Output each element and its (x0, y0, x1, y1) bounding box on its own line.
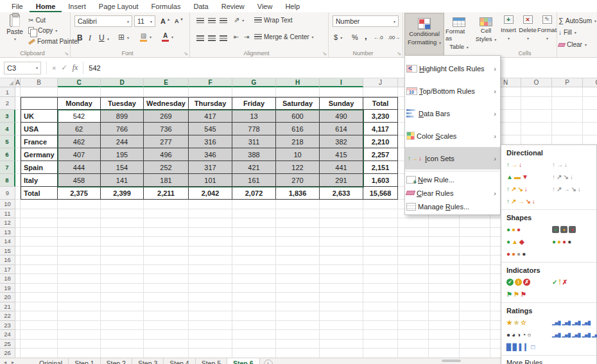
icon-set-option[interactable]: ▲▬▼ (503, 171, 549, 183)
cell-F18[interactable] (189, 274, 232, 284)
cell-M14[interactable] (460, 237, 490, 247)
alignment-dialog-launcher[interactable]: ⇘ (322, 51, 327, 56)
cell-I20[interactable] (320, 293, 363, 302)
row-header-22[interactable]: 22 (0, 311, 15, 321)
merge-center-button[interactable]: Merge & Center ▾ (254, 33, 314, 40)
cell-J6[interactable]: 2,257 (363, 148, 398, 161)
format-as-table-button[interactable]: Format as Table ▾ (446, 13, 472, 56)
cell-K26[interactable] (398, 349, 429, 358)
cell-M23[interactable] (460, 321, 490, 331)
column-header-D[interactable]: D (101, 78, 144, 87)
decrease-indent-button[interactable]: ⇤ (234, 33, 239, 40)
bold-button[interactable]: B (77, 33, 83, 42)
cell-F10[interactable] (189, 200, 232, 209)
cell-B8[interactable]: Italy (21, 174, 58, 187)
cell-F20[interactable] (189, 293, 232, 302)
icon-set-option[interactable]: ✓!✗ (549, 276, 594, 288)
cell-F2[interactable]: Thursday (189, 97, 232, 110)
font-size-select[interactable]: 11 ▾ (134, 15, 155, 27)
row-header-10[interactable]: 10 (0, 200, 15, 209)
cell-J3[interactable]: 3,230 (363, 110, 398, 123)
cell-J17[interactable] (363, 265, 398, 275)
cell-H12[interactable] (276, 218, 320, 228)
cell-G2[interactable]: Friday (232, 97, 276, 110)
cell-A25[interactable] (15, 340, 21, 349)
cell-J4[interactable]: 4,117 (363, 123, 398, 135)
cell-J2[interactable]: Total (363, 97, 398, 110)
cell-D25[interactable] (101, 340, 144, 349)
cell-J20[interactable] (363, 293, 398, 302)
cell-M18[interactable] (460, 274, 490, 284)
cell-F9[interactable]: 2,042 (189, 187, 232, 200)
cell-D24[interactable] (101, 330, 144, 340)
cell-A5[interactable] (15, 135, 21, 148)
cell-F12[interactable] (189, 218, 232, 228)
cell-D22[interactable] (101, 311, 144, 321)
cell-D17[interactable] (101, 265, 144, 275)
cell-F13[interactable] (189, 228, 232, 238)
column-header-J[interactable]: J (363, 78, 398, 87)
row-header-19[interactable]: 19 (0, 284, 15, 293)
cell-M17[interactable] (460, 265, 490, 275)
cell-A14[interactable] (15, 237, 21, 247)
cell-G4[interactable]: 778 (232, 123, 276, 135)
cell-E13[interactable] (144, 228, 189, 238)
cell-L19[interactable] (429, 284, 460, 293)
cell-A7[interactable] (15, 161, 21, 174)
cell-D2[interactable]: Tuesday (101, 97, 144, 110)
cell-L25[interactable] (429, 340, 460, 349)
cell-L21[interactable] (429, 302, 460, 312)
cell-L17[interactable] (429, 265, 460, 275)
ribbon-tab-review[interactable]: Review (215, 1, 251, 12)
cell-C19[interactable] (58, 284, 101, 293)
italic-button[interactable]: I (89, 33, 91, 43)
cell-F19[interactable] (189, 284, 232, 293)
cell-G13[interactable] (232, 228, 276, 238)
top-align-icon[interactable] (196, 18, 204, 24)
cell-H24[interactable] (276, 330, 320, 340)
cell-D9[interactable]: 2,399 (101, 187, 144, 200)
icon-set-option[interactable]: ↑→↓ (503, 159, 549, 171)
cell-I10[interactable] (320, 200, 363, 209)
cell-C6[interactable]: 407 (58, 148, 101, 161)
icon-set-option[interactable]: ↑→↓ (549, 159, 594, 171)
cell-J13[interactable] (363, 228, 398, 238)
cell-M20[interactable] (460, 293, 490, 302)
cell-E6[interactable]: 496 (144, 148, 189, 161)
cell-H22[interactable] (276, 311, 320, 321)
cell-M16[interactable] (460, 256, 490, 265)
clear-button[interactable]: Clear ▾ (558, 41, 587, 48)
cf-menu-item-data-bars[interactable]: Data Bars› (405, 102, 500, 125)
cell-C16[interactable] (58, 256, 101, 265)
cf-menu-item-color-scales[interactable]: Color Scales› (405, 125, 500, 147)
cell-H9[interactable]: 1,836 (276, 187, 320, 200)
cell-G5[interactable]: 311 (232, 135, 276, 148)
ribbon-tab-insert[interactable]: Insert (62, 1, 92, 12)
icon-set-option[interactable]: ●▲◆ (503, 236, 549, 248)
new-sheet-button[interactable]: + (264, 360, 273, 364)
column-header-Q[interactable]: Q (583, 78, 597, 87)
delete-cells-button[interactable]: Delete ▾ (519, 15, 537, 40)
ribbon-tab-home[interactable]: Home (30, 1, 62, 12)
font-family-select[interactable]: Calibri ▾ (74, 15, 132, 27)
cell-A13[interactable] (15, 228, 21, 238)
icon-set-option[interactable]: ●●●● (549, 236, 594, 248)
row-header-16[interactable]: 16 (0, 256, 15, 265)
select-all-button[interactable] (0, 78, 15, 87)
ribbon-tab-file[interactable]: File (5, 1, 30, 12)
cell-B17[interactable] (21, 265, 58, 275)
cell-H11[interactable] (276, 209, 320, 219)
cell-C7[interactable]: 444 (58, 161, 101, 174)
cell-J15[interactable] (363, 247, 398, 256)
cell-C11[interactable] (58, 209, 101, 219)
sheet-tab-step-4[interactable]: Step 4 (164, 358, 195, 364)
cell-I19[interactable] (320, 284, 363, 293)
cell-E11[interactable] (144, 209, 189, 219)
font-color-button[interactable]: A ▾ (162, 32, 173, 42)
cell-G21[interactable] (232, 302, 276, 312)
cell-K18[interactable] (398, 274, 429, 284)
cell-F23[interactable] (189, 321, 232, 331)
cell-F17[interactable] (189, 265, 232, 275)
cell-I16[interactable] (320, 256, 363, 265)
cf-menu-item-manage-rules[interactable]: Manage Rules... (405, 200, 500, 213)
